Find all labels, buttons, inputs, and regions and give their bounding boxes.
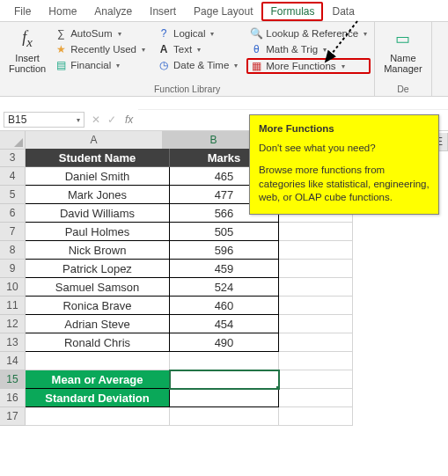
row-header[interactable]: 16 (0, 389, 26, 407)
insert-function-button[interactable]: fx Insert Function (4, 24, 51, 74)
cell[interactable] (170, 389, 279, 407)
chevron-down-icon: ▾ (323, 46, 327, 54)
theta-icon: θ (250, 43, 262, 55)
cell[interactable]: Samuel Samson (26, 278, 170, 297)
tab-data[interactable]: Data (323, 2, 363, 21)
cell[interactable]: Ronica Brave (26, 297, 170, 315)
row-header[interactable]: 3 (0, 149, 26, 167)
ribbon-tabs: File Home Analyze Insert Page Layout For… (0, 0, 448, 22)
star-icon: ★ (55, 43, 67, 55)
chevron-down-icon: ▾ (142, 46, 145, 54)
group-function-library: fx Insert Function ∑AutoSum▾ ★Recently U… (0, 22, 375, 96)
question-icon: ? (158, 27, 170, 40)
cell[interactable]: Nick Brown (26, 241, 170, 260)
cell[interactable]: Mean or Average (26, 370, 170, 389)
cell[interactable] (170, 370, 279, 389)
cell[interactable] (279, 407, 353, 426)
cancel-icon[interactable]: ✕ (88, 114, 104, 126)
row-header[interactable]: 8 (0, 241, 26, 260)
lookup-reference-button[interactable]: 🔍Lookup & Reference▾ (246, 26, 371, 40)
tab-file[interactable]: File (5, 2, 40, 21)
name-manager-icon: ▭ (391, 26, 415, 51)
cell[interactable] (170, 352, 279, 370)
cell[interactable]: Mark Jones (26, 186, 170, 204)
cell[interactable]: 459 (170, 260, 279, 278)
cell[interactable] (279, 389, 353, 407)
cell[interactable] (26, 352, 170, 370)
tab-home[interactable]: Home (40, 2, 85, 21)
tooltip-subtitle: Don't see what you need? (259, 142, 430, 156)
recently-used-button[interactable]: ★Recently Used▾ (51, 42, 149, 56)
enter-icon[interactable]: ✓ (104, 114, 120, 126)
cell[interactable]: 460 (170, 297, 279, 315)
chevron-down-icon: ▾ (342, 62, 345, 70)
math-trig-button[interactable]: θMath & Trig▾ (246, 42, 371, 56)
tab-analyze[interactable]: Analyze (85, 2, 141, 21)
cell[interactable]: David Williams (26, 204, 170, 223)
name-manager-button[interactable]: ▭ Name Manager (378, 24, 427, 74)
cell[interactable]: Daniel Smith (26, 167, 170, 186)
cell[interactable] (279, 370, 353, 389)
cell[interactable] (279, 278, 353, 297)
row-header[interactable]: 9 (0, 260, 26, 278)
tab-formulas[interactable]: Formulas (261, 2, 323, 21)
autosum-button[interactable]: ∑AutoSum▾ (51, 26, 149, 40)
cell[interactable]: 596 (170, 241, 279, 260)
cell[interactable]: 524 (170, 278, 279, 297)
chevron-down-icon: ▾ (197, 46, 201, 54)
text-icon: A (158, 43, 170, 55)
cell[interactable] (279, 333, 353, 352)
cell[interactable] (279, 297, 353, 315)
row-header[interactable]: 13 (0, 333, 26, 352)
fx-icon[interactable]: fx (120, 114, 138, 126)
cell[interactable] (26, 407, 170, 426)
row-header[interactable]: 6 (0, 204, 26, 223)
row-header[interactable]: 17 (0, 407, 26, 426)
sigma-icon: ∑ (55, 27, 67, 40)
row-header[interactable]: 11 (0, 297, 26, 315)
group-label: De (378, 83, 427, 96)
text-button[interactable]: AText▾ (154, 42, 241, 56)
lookup-icon: 🔍 (250, 27, 262, 40)
cell[interactable] (279, 352, 353, 370)
group-label: Function Library (4, 83, 371, 96)
more-functions-button[interactable]: ▦More Functions▾ (246, 58, 371, 74)
cell[interactable] (279, 260, 353, 278)
money-icon: ▤ (55, 59, 67, 71)
row-header[interactable]: 5 (0, 186, 26, 204)
more-functions-tooltip: More Functions Don't see what you need? … (249, 114, 439, 215)
row-header[interactable]: 10 (0, 278, 26, 297)
cell[interactable]: Paul Holmes (26, 223, 170, 241)
chevron-down-icon: ▾ (118, 30, 121, 38)
row-header[interactable]: 7 (0, 223, 26, 241)
cell[interactable]: Student Name (26, 149, 170, 167)
name-box[interactable]: B15▾ (4, 112, 84, 128)
row-header[interactable]: 12 (0, 315, 26, 333)
date-time-button[interactable]: ◷Date & Time▾ (154, 58, 241, 72)
financial-button[interactable]: ▤Financial▾ (51, 58, 149, 72)
tooltip-title: More Functions (259, 122, 430, 136)
clock-icon: ◷ (158, 59, 170, 71)
logical-button[interactable]: ?Logical▾ (154, 26, 241, 40)
cell[interactable]: 490 (170, 333, 279, 352)
cell[interactable] (170, 407, 279, 426)
cell[interactable]: Adrian Steve (26, 315, 170, 333)
select-all-corner[interactable] (0, 131, 26, 150)
cell[interactable]: 454 (170, 315, 279, 333)
cell[interactable] (279, 223, 353, 241)
cell[interactable]: 505 (170, 223, 279, 241)
cell[interactable] (279, 315, 353, 333)
cell[interactable]: Patrick Lopez (26, 260, 170, 278)
chevron-down-icon: ▾ (77, 116, 80, 124)
tooltip-body: Browse more functions from categories li… (259, 165, 430, 202)
row-header[interactable]: 4 (0, 167, 26, 186)
cell[interactable] (279, 241, 353, 260)
tab-insert[interactable]: Insert (141, 2, 185, 21)
row-header[interactable]: 15 (0, 370, 26, 389)
cell[interactable]: Standard Deviation (26, 389, 170, 407)
row-header[interactable]: 14 (0, 352, 26, 370)
tab-page-layout[interactable]: Page Layout (185, 2, 261, 21)
fx-icon: fx (15, 26, 40, 51)
col-header-a[interactable]: A (26, 131, 163, 150)
cell[interactable]: Ronald Chris (26, 333, 170, 352)
